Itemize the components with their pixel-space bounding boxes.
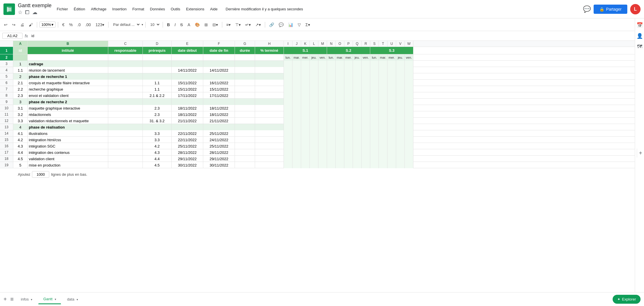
cell-gantt-T-15[interactable]: [379, 137, 387, 143]
cell-gantt-W-3[interactable]: [405, 61, 413, 67]
add-sheet-button[interactable]: +: [2, 295, 8, 304]
cell-gantt-M-10[interactable]: [318, 105, 327, 111]
cell-gantt-N-18[interactable]: [327, 156, 336, 162]
row-num-11[interactable]: 11: [0, 111, 13, 117]
fill-color-button[interactable]: 🎨: [193, 21, 202, 28]
cell-gantt-W-4[interactable]: [405, 67, 413, 73]
cell-date-fin-8[interactable]: 17/11/2022: [203, 92, 235, 99]
cell-gantt-J-8[interactable]: [292, 92, 301, 99]
menu-aide[interactable]: Aide: [208, 6, 220, 12]
cell-N2[interactable]: lun.: [327, 54, 336, 61]
cell-gantt-T-19[interactable]: [379, 162, 387, 168]
cell-date-debut-13[interactable]: [172, 124, 203, 130]
cell-gantt-K-6[interactable]: [301, 80, 310, 86]
function-button[interactable]: Σ ▾: [304, 21, 312, 28]
col-header-B[interactable]: B: [28, 41, 108, 47]
cell-gantt-P-18[interactable]: [344, 156, 353, 162]
cell-gantt-K-18[interactable]: [301, 156, 310, 162]
cell-date-fin-5[interactable]: [203, 73, 235, 80]
cell-gantt-O-10[interactable]: [336, 105, 344, 111]
cell-gantt-R-18[interactable]: [362, 156, 370, 162]
cell-responsable-12[interactable]: [108, 118, 143, 124]
cell-gantt-S-16[interactable]: [370, 143, 379, 149]
col-header-T[interactable]: T: [379, 41, 387, 47]
cell-R2[interactable]: ven.: [362, 54, 370, 61]
cell-gantt-U-11[interactable]: [387, 111, 396, 118]
cell-gantt-O-3[interactable]: [336, 61, 344, 67]
cell-gantt-T-11[interactable]: [379, 111, 387, 118]
cell-gantt-N-12[interactable]: [327, 118, 336, 124]
col-header-R[interactable]: R: [362, 41, 370, 47]
format123-button[interactable]: 123 ▾: [94, 21, 106, 28]
cell-prerequis-16[interactable]: 4.2: [143, 143, 172, 149]
cell-date-debut-18[interactable]: 29/11/2022: [172, 156, 203, 162]
cell-duree-12[interactable]: [235, 118, 255, 124]
cell-gantt-W-19[interactable]: [405, 162, 413, 168]
cell-gantt-K-17[interactable]: [301, 149, 310, 156]
cell-gantt-N-11[interactable]: [327, 111, 336, 118]
cell-gantt-J-16[interactable]: [292, 143, 301, 149]
cell-responsable-3[interactable]: [108, 61, 143, 67]
cell-F2[interactable]: [203, 54, 235, 61]
row-num-6[interactable]: 6: [0, 80, 13, 86]
cell-gantt-W-13[interactable]: [405, 124, 413, 130]
merge-button[interactable]: ⊟ ▾: [211, 21, 220, 28]
row-num-7[interactable]: 7: [0, 86, 13, 92]
cell-gantt-U-17[interactable]: [387, 149, 396, 156]
cell-prerequis-14[interactable]: 3.3: [143, 130, 172, 137]
col-header-U[interactable]: U: [387, 41, 396, 47]
cell-prerequis-7[interactable]: 1.1: [143, 86, 172, 92]
cell-gantt-P-7[interactable]: [344, 86, 353, 92]
cell-gantt-R-11[interactable]: [362, 111, 370, 118]
cell-intitule-11[interactable]: rédactionnels: [28, 111, 108, 118]
cell-responsable-8[interactable]: [108, 92, 143, 99]
cell-K2[interactable]: mer.: [301, 54, 310, 61]
cell-gantt-P-3[interactable]: [344, 61, 353, 67]
cell-gantt-R-15[interactable]: [362, 137, 370, 143]
cell-gantt-I-8[interactable]: [284, 92, 292, 99]
cell-gantt-S-14[interactable]: [370, 130, 379, 137]
col-header-Q[interactable]: Q: [353, 41, 362, 47]
comment-button[interactable]: 💬: [277, 21, 285, 28]
cell-pct-17[interactable]: [255, 149, 284, 156]
cell-date-fin-9[interactable]: [203, 99, 235, 105]
menu-donnees[interactable]: Données: [148, 6, 167, 12]
col-header-N[interactable]: N: [327, 41, 336, 47]
cell-gantt-V-8[interactable]: [396, 92, 405, 99]
cell-gantt-W-6[interactable]: [405, 80, 413, 86]
cell-gantt-V-3[interactable]: [396, 61, 405, 67]
cell-pct-6[interactable]: [255, 80, 284, 86]
cell-pct-8[interactable]: [255, 92, 284, 99]
cell-date-debut-9[interactable]: [172, 99, 203, 105]
cell-date-debut-7[interactable]: 15/11/2022: [172, 86, 203, 92]
cell-id-6[interactable]: 2.1: [13, 80, 28, 86]
wrap-button[interactable]: ↵ ▾: [244, 21, 252, 28]
col-header-C[interactable]: C: [108, 41, 143, 47]
sheet-tab-data[interactable]: data ▾: [62, 294, 83, 304]
cell-intitule-9[interactable]: phase de recherche 2: [28, 99, 108, 105]
cell-W2[interactable]: ven.: [405, 54, 413, 61]
paint-format-button[interactable]: 🖌: [27, 21, 35, 28]
col-header-K[interactable]: K: [301, 41, 310, 47]
decimal00-button[interactable]: .00: [83, 21, 92, 28]
cell-intitule-14[interactable]: illustrations: [28, 130, 108, 137]
cell-gantt-W-11[interactable]: [405, 111, 413, 118]
cell-gantt-O-11[interactable]: [336, 111, 344, 118]
cell-gantt-M-19[interactable]: [318, 162, 327, 168]
cell-gantt-I-17[interactable]: [284, 149, 292, 156]
cell-gantt-N-15[interactable]: [327, 137, 336, 143]
cell-gantt-P-13[interactable]: [344, 124, 353, 130]
cell-S1-header[interactable]: S.1: [284, 47, 327, 54]
cell-gantt-U-13[interactable]: [387, 124, 396, 130]
cell-gantt-U-16[interactable]: [387, 143, 396, 149]
cell-gantt-J-7[interactable]: [292, 86, 301, 92]
cell-prerequis-6[interactable]: 1.1: [143, 80, 172, 86]
cell-gantt-U-7[interactable]: [387, 86, 396, 92]
cell-gantt-K-12[interactable]: [301, 118, 310, 124]
cell-date-fin-12[interactable]: 21/11/2022: [203, 118, 235, 124]
zoom-control[interactable]: 100% ▾: [39, 22, 56, 28]
cell-gantt-J-15[interactable]: [292, 137, 301, 143]
cell-gantt-O-16[interactable]: [336, 143, 344, 149]
cell-gantt-V-11[interactable]: [396, 111, 405, 118]
decimal0-button[interactable]: .0: [76, 21, 83, 28]
